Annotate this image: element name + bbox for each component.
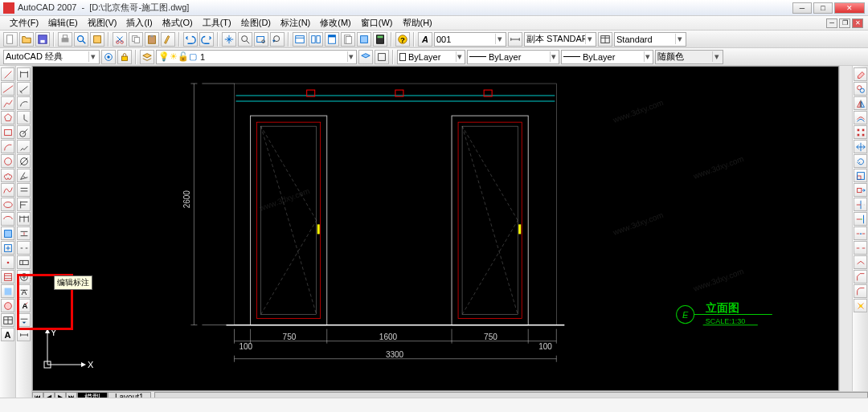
table-style-input[interactable]	[616, 35, 675, 44]
revcloud-icon[interactable]	[1, 169, 14, 182]
lineweight-combo[interactable]: ▾	[561, 50, 653, 64]
fillet-icon[interactable]	[854, 284, 867, 298]
dim-tedit-icon[interactable]: A	[17, 299, 31, 312]
publish-icon[interactable]	[90, 32, 104, 47]
paste-icon[interactable]	[145, 32, 159, 47]
center-mark-icon[interactable]	[17, 270, 31, 284]
save-icon[interactable]	[35, 32, 50, 47]
move-icon[interactable]	[854, 140, 867, 153]
doc-restore-button[interactable]: ❐	[839, 18, 850, 28]
dim-angular-icon[interactable]	[17, 169, 31, 182]
linetype-combo[interactable]: ▾	[467, 50, 559, 64]
vscrollbar[interactable]	[839, 66, 852, 391]
close-button[interactable]: ✕	[834, 2, 865, 14]
dim-diameter-icon[interactable]	[17, 154, 31, 168]
copy2-icon[interactable]	[854, 82, 867, 96]
hatch-icon[interactable]	[1, 270, 14, 284]
drawing-canvas[interactable]: www.3dxy.com www.3dxy.com www.3dxy.com w…	[32, 66, 839, 391]
match-icon[interactable]	[161, 32, 175, 47]
copy-icon[interactable]	[129, 32, 143, 47]
layer-states-icon[interactable]	[375, 50, 389, 64]
doc-close-button[interactable]: ✕	[852, 18, 863, 28]
explode-icon[interactable]	[854, 299, 867, 312]
trim-icon[interactable]	[854, 198, 867, 211]
sheet-set-icon[interactable]	[341, 32, 355, 47]
zoom-previous-icon[interactable]	[270, 32, 285, 47]
minimize-button[interactable]: ─	[792, 2, 812, 14]
new-icon[interactable]	[3, 32, 18, 47]
dim-continue-icon[interactable]	[17, 212, 31, 226]
dim-ordinate-icon[interactable]	[17, 111, 31, 124]
menu-edit[interactable]: 编辑(E)	[43, 17, 83, 29]
offset-icon[interactable]	[854, 111, 867, 124]
point-icon[interactable]	[1, 255, 14, 269]
dim-radius-icon[interactable]	[17, 125, 31, 139]
dim-style-tb-icon[interactable]	[17, 328, 31, 341]
scale-icon[interactable]	[854, 169, 867, 182]
open-icon[interactable]	[19, 32, 34, 47]
menu-view[interactable]: 视图(V)	[83, 17, 122, 29]
ellipse-arc-icon[interactable]	[1, 212, 14, 226]
dim-style-combo[interactable]: ▾	[524, 32, 596, 47]
ellipse-icon[interactable]	[1, 198, 14, 211]
menu-draw[interactable]: 绘图(D)	[236, 17, 276, 29]
dim-style-input[interactable]	[526, 35, 585, 44]
pan-icon[interactable]	[222, 32, 236, 47]
redo-icon[interactable]	[199, 32, 214, 47]
menu-file[interactable]: 文件(F)	[5, 17, 43, 29]
gradient-icon[interactable]	[1, 284, 14, 298]
cut-icon[interactable]	[113, 32, 127, 47]
undo-icon[interactable]	[183, 32, 198, 47]
workspace-combo[interactable]: ▾	[3, 50, 100, 64]
dim-baseline-icon[interactable]	[17, 198, 31, 211]
break-icon[interactable]	[854, 241, 867, 255]
region-icon[interactable]	[1, 299, 14, 312]
zoom-window-icon[interactable]	[254, 32, 268, 47]
tolerance-icon[interactable]	[17, 255, 31, 269]
maximize-button[interactable]: □	[813, 2, 833, 14]
insert-block-icon[interactable]	[1, 226, 14, 240]
dim-arc-icon[interactable]	[17, 96, 31, 110]
dim-edit-icon[interactable]: A	[17, 284, 31, 298]
workspace-input[interactable]	[6, 52, 88, 62]
layer-manager-icon[interactable]	[140, 50, 154, 64]
preview-icon[interactable]	[74, 32, 88, 47]
print-icon[interactable]	[58, 32, 72, 47]
circle-icon[interactable]	[1, 154, 14, 168]
doc-min-button[interactable]: ─	[826, 18, 837, 28]
menu-window[interactable]: 窗口(W)	[356, 17, 398, 29]
plotstyle-combo[interactable]: ▾	[655, 50, 723, 64]
break-point-icon[interactable]	[854, 226, 867, 240]
polygon-icon[interactable]	[1, 111, 14, 124]
spline-icon[interactable]	[1, 183, 14, 197]
dim-style-icon[interactable]	[508, 32, 522, 47]
pline-icon[interactable]	[1, 96, 14, 110]
array-icon[interactable]	[854, 125, 867, 139]
mtext-icon[interactable]: A	[1, 328, 14, 341]
layer-input[interactable]	[200, 52, 347, 62]
menu-tools[interactable]: 工具(T)	[198, 17, 236, 29]
tool-palettes-icon[interactable]	[325, 32, 339, 47]
arc-icon[interactable]	[1, 140, 14, 153]
plotstyle-input[interactable]	[657, 52, 712, 62]
table-style-combo[interactable]: ▾	[614, 32, 686, 47]
linetype-input[interactable]	[489, 52, 550, 62]
join-icon[interactable]	[854, 255, 867, 269]
lineweight-input[interactable]	[583, 52, 644, 62]
dim-jogged-icon[interactable]	[17, 140, 31, 153]
chamfer-icon[interactable]	[854, 270, 867, 284]
color-combo[interactable]: ▾	[397, 50, 465, 64]
dim-quick-icon[interactable]	[17, 183, 31, 197]
menu-help[interactable]: 帮助(H)	[398, 17, 437, 29]
dim-linear-icon[interactable]	[17, 67, 31, 81]
text-style-combo[interactable]: ▾	[434, 32, 506, 47]
calc-icon[interactable]	[373, 32, 387, 47]
line-icon[interactable]	[1, 67, 14, 81]
dim-space-icon[interactable]	[17, 226, 31, 240]
make-block-icon[interactable]	[1, 241, 14, 255]
dc-icon[interactable]	[309, 32, 323, 47]
stretch-icon[interactable]	[854, 183, 867, 197]
rotate-icon[interactable]	[854, 154, 867, 168]
layer-prev-icon[interactable]	[358, 50, 373, 64]
menu-format[interactable]: 格式(O)	[158, 17, 198, 29]
